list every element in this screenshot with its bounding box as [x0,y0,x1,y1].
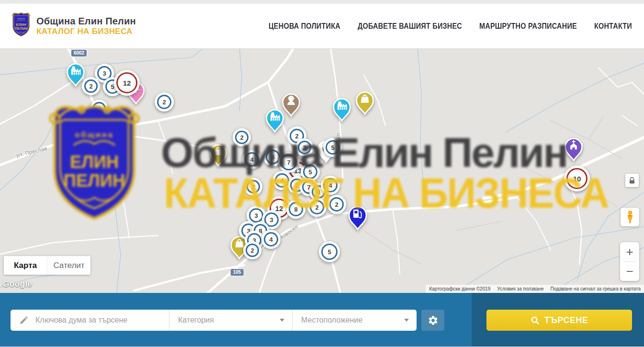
cluster-count: 2 [92,102,106,115]
site-subtitle: КАТАЛОГ НА БИЗНЕСА [36,27,136,36]
pegman-icon [625,210,635,224]
location-dropdown-label: Местоположение [301,316,404,325]
chevron-down-icon [404,319,409,322]
cluster-count: 4 [245,152,259,167]
google-map[interactable]: 6002105ул. Преславбул. „Новоселция 23251… [0,49,644,293]
cluster-marker[interactable]: 8 [286,200,305,219]
cluster-count: 2 [246,244,259,257]
cluster-marker[interactable]: 4 [242,150,261,169]
factory-pin-marker[interactable] [264,106,285,135]
church-icon [563,134,584,162]
cluster-marker[interactable]: 5 [323,138,342,157]
map-type-satellite-button[interactable]: Сателит [47,256,90,275]
site-logo[interactable]: общинаЕЛИНПЕЛИН Община Елин Пелин КАТАЛО… [11,12,136,41]
nav-link[interactable]: ЦЕНОВА ПОЛИТИКА [269,22,340,30]
cluster-marker[interactable]: 4 [261,230,281,249]
cluster-count: 5 [321,244,338,260]
pencil-icon [19,315,29,325]
nav-link[interactable]: ДОБАВЕТЕ ВАШИЯТ БИЗНЕС [358,22,462,30]
cluster-count: 8 [289,202,303,216]
street-view-pegman-button[interactable] [621,208,639,226]
cluster-count: 2 [157,95,171,109]
cluster-marker[interactable]: 3 [295,138,314,157]
cluster-marker[interactable]: 2 [307,198,327,217]
zoom-control: + − [620,242,639,281]
cluster-count: 2 [84,79,98,93]
cluster-marker[interactable]: 12 [114,70,140,96]
gear-icon [428,315,439,326]
bag-pin-marker[interactable] [208,141,228,169]
keyword-section [11,310,169,331]
main-nav: ЦЕНОВА ПОЛИТИКАДОБАВЕТЕ ВАШИЯТ БИЗНЕСМАР… [269,22,632,30]
nav-link[interactable]: МАРШРУТНО РАЗПИСАНИЕ [479,22,577,30]
map-type-control: Карта Сателит [4,256,90,275]
cluster-marker[interactable]: 2 [90,100,108,118]
cluster-count: 3 [298,141,311,154]
cluster-count: 4 [275,173,289,188]
municipality-crest-icon: общинаЕЛИНПЕЛИН [11,12,32,41]
map-type-map-button[interactable]: Карта [4,256,47,275]
cluster-count: 2 [329,197,344,212]
google-logo[interactable]: Google [3,280,33,289]
location-dropdown[interactable]: Местоположение [292,310,417,331]
nav-link[interactable]: КОНТАКТИ [594,22,632,30]
cluster-count: 2 [247,180,260,193]
factory-icon [264,106,285,133]
map-lock-button[interactable] [625,174,639,187]
cluster-marker[interactable]: 4 [321,176,340,195]
window-top-strip [0,0,644,4]
zoom-in-button[interactable]: + [620,242,639,261]
category-dropdown[interactable]: Категория [169,310,292,331]
search-submit-button[interactable]: ТЪРСЕНЕ [486,310,632,331]
search-bar: Категория Местоположение ТЪРСЕНЕ [0,293,644,347]
fuel-pin-marker[interactable] [347,202,369,233]
map-attribution: Картографски данни ©2019 Условия за полз… [426,285,644,293]
cluster-count: 12 [116,72,137,93]
site-header: общинаЕЛИНПЕЛИН Община Елин Пелин КАТАЛО… [0,4,644,49]
search-button-label: ТЪРСЕНЕ [544,315,588,325]
cluster-marker[interactable]: 10 [564,166,590,191]
svg-text:ЕЛИН: ЕЛИН [16,22,26,26]
cluster-marker[interactable]: 2 [155,92,174,112]
cluster-count: 3 [249,208,263,223]
cluster-marker[interactable]: 7 [278,152,299,173]
bag-icon [354,88,375,115]
svg-text:ПЕЛИН: ПЕЛИН [15,26,28,31]
zoom-out-button[interactable]: − [620,262,639,281]
attribution-terms-link[interactable]: Условия за ползване [494,285,547,293]
church-pin-marker[interactable] [563,134,584,164]
cluster-marker[interactable]: 2 [327,195,346,214]
cluster-marker[interactable]: 2 [82,77,100,95]
search-input-group: Категория Местоположение [11,310,417,331]
search-icon [531,316,540,325]
cluster-marker[interactable]: 2 [243,241,261,259]
category-dropdown-label: Категория [178,316,280,325]
factory-pin-marker[interactable] [331,95,352,124]
cluster-count: 10 [566,168,588,189]
attribution-data: Картографски данни ©2019 [426,285,494,293]
factory-icon [331,95,352,122]
keyword-search-input[interactable] [34,315,147,325]
bag-pin-marker[interactable] [354,88,375,117]
svg-text:община: община [17,18,25,20]
cluster-marker[interactable]: 2 [233,128,251,146]
cluster-count: 4 [323,178,338,192]
cluster-count: 4 [264,232,278,246]
attribution-report-link[interactable]: Подаване на сигнал за грешка в картата [547,285,644,293]
site-title: Община Елин Пелин [36,16,136,27]
cluster-marker[interactable]: 5 [319,241,340,262]
fuel-icon [347,202,369,231]
cluster-count: 2 [310,200,324,214]
cluster-count: 2 [235,131,249,144]
bag-icon [208,141,228,167]
cluster-marker[interactable]: 2 [244,178,262,196]
chevron-down-icon [280,319,284,322]
cluster-count: 5 [303,165,317,179]
search-settings-button[interactable] [421,310,444,331]
map-markers-layer: 23251222235641375422784221283338342510 [0,49,644,293]
cluster-count: 7 [281,154,297,170]
crest-shield: общинаЕЛИНПЕЛИН [11,12,32,39]
lock-icon [629,177,635,184]
cluster-count: 5 [326,140,340,155]
